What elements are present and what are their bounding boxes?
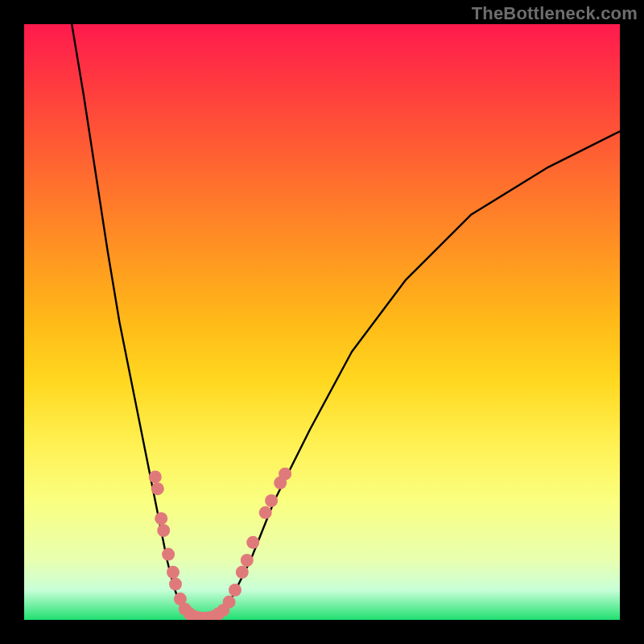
data-marker: [279, 468, 291, 481]
data-marker: [151, 482, 164, 495]
data-marker: [241, 554, 254, 567]
data-marker: [265, 494, 278, 507]
data-marker: [169, 578, 182, 591]
data-marker: [246, 536, 259, 549]
watermark-text: TheBottleneck.com: [472, 3, 638, 24]
data-marker: [155, 512, 167, 525]
bottleneck-curve: [72, 24, 620, 620]
data-marker: [259, 506, 272, 519]
data-markers: [149, 468, 291, 620]
data-marker: [223, 596, 236, 609]
chart-svg: [24, 24, 620, 620]
data-marker: [162, 548, 175, 561]
data-marker: [167, 566, 180, 579]
chart-frame: TheBottleneck.com: [0, 0, 644, 644]
data-marker: [149, 470, 162, 483]
data-marker: [157, 524, 170, 537]
plot-area: [24, 24, 620, 620]
data-marker: [229, 584, 242, 597]
data-marker: [236, 566, 249, 579]
